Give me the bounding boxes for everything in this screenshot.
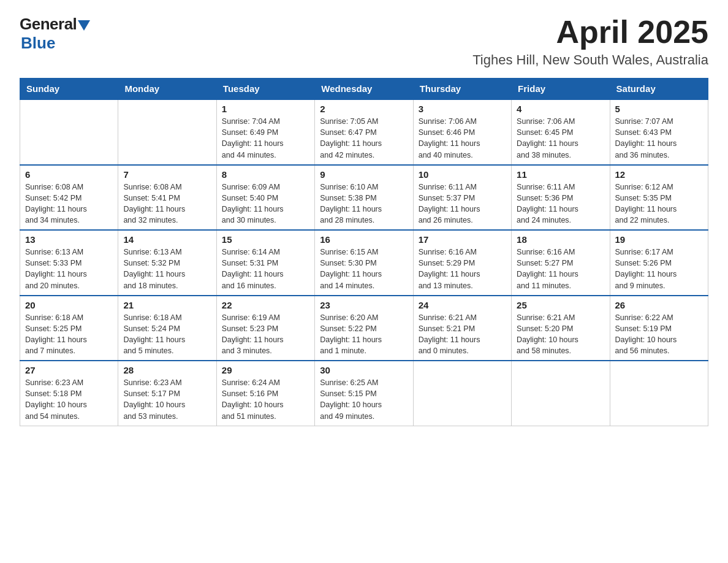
day-info: Sunrise: 6:23 AMSunset: 5:18 PMDaylight:… [25, 377, 113, 422]
calendar-day-cell: 24Sunrise: 6:21 AMSunset: 5:21 PMDayligh… [413, 296, 511, 361]
day-info: Sunrise: 6:16 AMSunset: 5:29 PMDaylight:… [419, 247, 506, 291]
day-number: 11 [517, 169, 604, 180]
calendar-day-cell: 2Sunrise: 7:05 AMSunset: 6:47 PMDaylight… [315, 99, 413, 165]
day-number: 17 [419, 234, 506, 245]
day-info: Sunrise: 7:05 AMSunset: 6:47 PMDaylight:… [320, 116, 408, 161]
day-number: 21 [123, 300, 211, 310]
title-block: April 2025 Tighes Hill, New South Wales,… [472, 15, 708, 68]
calendar-day-header: Friday [512, 79, 610, 100]
day-info: Sunrise: 6:11 AMSunset: 5:36 PMDaylight:… [517, 182, 604, 226]
calendar-day-cell: 19Sunrise: 6:17 AMSunset: 5:26 PMDayligh… [610, 230, 708, 296]
day-number: 5 [615, 104, 703, 114]
day-number: 1 [222, 104, 309, 114]
day-info: Sunrise: 7:06 AMSunset: 6:45 PMDaylight:… [517, 116, 604, 161]
day-number: 16 [320, 234, 408, 245]
day-number: 27 [25, 365, 113, 375]
day-info: Sunrise: 6:16 AMSunset: 5:27 PMDaylight:… [517, 247, 604, 291]
day-number: 14 [123, 234, 211, 245]
day-number: 26 [615, 300, 703, 310]
calendar-day-cell: 7Sunrise: 6:08 AMSunset: 5:41 PMDaylight… [118, 165, 216, 231]
day-info: Sunrise: 6:18 AMSunset: 5:24 PMDaylight:… [123, 312, 211, 357]
calendar-day-cell: 6Sunrise: 6:08 AMSunset: 5:42 PMDaylight… [20, 165, 118, 231]
calendar-day-cell: 15Sunrise: 6:14 AMSunset: 5:31 PMDayligh… [216, 230, 314, 296]
page-header: General Blue April 2025 Tighes Hill, New… [20, 15, 708, 68]
page-title: April 2025 [472, 15, 708, 50]
calendar-day-cell: 23Sunrise: 6:20 AMSunset: 5:22 PMDayligh… [315, 296, 413, 361]
calendar-day-cell: 9Sunrise: 6:10 AMSunset: 5:38 PMDaylight… [315, 165, 413, 231]
day-info: Sunrise: 6:13 AMSunset: 5:32 PMDaylight:… [123, 247, 211, 291]
calendar-day-cell: 27Sunrise: 6:23 AMSunset: 5:18 PMDayligh… [20, 361, 118, 426]
day-info: Sunrise: 7:07 AMSunset: 6:43 PMDaylight:… [615, 116, 703, 161]
day-number: 7 [123, 169, 211, 180]
day-info: Sunrise: 6:21 AMSunset: 5:20 PMDaylight:… [517, 312, 604, 357]
calendar-day-cell: 4Sunrise: 7:06 AMSunset: 6:45 PMDaylight… [512, 99, 610, 165]
day-number: 28 [123, 365, 211, 375]
day-info: Sunrise: 6:08 AMSunset: 5:41 PMDaylight:… [123, 182, 211, 226]
day-info: Sunrise: 6:17 AMSunset: 5:26 PMDaylight:… [615, 247, 703, 291]
day-info: Sunrise: 6:09 AMSunset: 5:40 PMDaylight:… [222, 182, 309, 226]
calendar-day-cell: 17Sunrise: 6:16 AMSunset: 5:29 PMDayligh… [413, 230, 511, 296]
day-number: 6 [25, 169, 113, 180]
calendar-day-cell: 20Sunrise: 6:18 AMSunset: 5:25 PMDayligh… [20, 296, 118, 361]
day-info: Sunrise: 6:13 AMSunset: 5:33 PMDaylight:… [25, 247, 113, 291]
day-info: Sunrise: 6:18 AMSunset: 5:25 PMDaylight:… [25, 312, 113, 357]
day-number: 19 [615, 234, 703, 245]
day-number: 8 [222, 169, 309, 180]
calendar-day-cell [118, 99, 216, 165]
calendar-day-cell: 30Sunrise: 6:25 AMSunset: 5:15 PMDayligh… [315, 361, 413, 426]
day-info: Sunrise: 7:06 AMSunset: 6:46 PMDaylight:… [419, 116, 506, 161]
calendar-header-row: SundayMondayTuesdayWednesdayThursdayFrid… [20, 79, 708, 100]
day-info: Sunrise: 6:21 AMSunset: 5:21 PMDaylight:… [419, 312, 506, 357]
calendar-day-cell: 5Sunrise: 7:07 AMSunset: 6:43 PMDaylight… [610, 99, 708, 165]
day-number: 22 [222, 300, 309, 310]
day-info: Sunrise: 6:24 AMSunset: 5:16 PMDaylight:… [222, 377, 309, 422]
day-info: Sunrise: 6:15 AMSunset: 5:30 PMDaylight:… [320, 247, 408, 291]
calendar-day-cell: 3Sunrise: 7:06 AMSunset: 6:46 PMDaylight… [413, 99, 511, 165]
calendar-day-cell: 26Sunrise: 6:22 AMSunset: 5:19 PMDayligh… [610, 296, 708, 361]
day-info: Sunrise: 6:20 AMSunset: 5:22 PMDaylight:… [320, 312, 408, 357]
calendar-day-header: Thursday [413, 79, 511, 100]
day-info: Sunrise: 6:14 AMSunset: 5:31 PMDaylight:… [222, 247, 309, 291]
day-number: 13 [25, 234, 113, 245]
calendar-day-cell: 8Sunrise: 6:09 AMSunset: 5:40 PMDaylight… [216, 165, 314, 231]
calendar-day-header: Tuesday [216, 79, 314, 100]
logo-general-text: General [20, 15, 77, 34]
calendar-day-cell: 29Sunrise: 6:24 AMSunset: 5:16 PMDayligh… [216, 361, 314, 426]
day-number: 4 [517, 104, 604, 114]
calendar-day-cell: 1Sunrise: 7:04 AMSunset: 6:49 PMDaylight… [216, 99, 314, 165]
day-number: 25 [517, 300, 604, 310]
calendar-day-cell [413, 361, 511, 426]
calendar-day-cell: 21Sunrise: 6:18 AMSunset: 5:24 PMDayligh… [118, 296, 216, 361]
logo-blue-text: Blue [21, 34, 55, 52]
day-info: Sunrise: 6:12 AMSunset: 5:35 PMDaylight:… [615, 182, 703, 226]
calendar-day-cell: 28Sunrise: 6:23 AMSunset: 5:17 PMDayligh… [118, 361, 216, 426]
calendar-day-cell [512, 361, 610, 426]
calendar-day-cell: 18Sunrise: 6:16 AMSunset: 5:27 PMDayligh… [512, 230, 610, 296]
day-number: 20 [25, 300, 113, 310]
day-number: 3 [419, 104, 506, 114]
calendar-week-row: 20Sunrise: 6:18 AMSunset: 5:25 PMDayligh… [20, 296, 708, 361]
calendar-day-cell: 14Sunrise: 6:13 AMSunset: 5:32 PMDayligh… [118, 230, 216, 296]
day-number: 15 [222, 234, 309, 245]
day-number: 18 [517, 234, 604, 245]
calendar-day-cell: 16Sunrise: 6:15 AMSunset: 5:30 PMDayligh… [315, 230, 413, 296]
calendar-day-cell: 12Sunrise: 6:12 AMSunset: 5:35 PMDayligh… [610, 165, 708, 231]
day-number: 12 [615, 169, 703, 180]
day-info: Sunrise: 6:11 AMSunset: 5:37 PMDaylight:… [419, 182, 506, 226]
calendar-day-cell [610, 361, 708, 426]
calendar-day-cell: 25Sunrise: 6:21 AMSunset: 5:20 PMDayligh… [512, 296, 610, 361]
day-number: 24 [419, 300, 506, 310]
day-info: Sunrise: 6:25 AMSunset: 5:15 PMDaylight:… [320, 377, 408, 422]
calendar-day-cell [20, 99, 118, 165]
day-number: 9 [320, 169, 408, 180]
day-info: Sunrise: 6:10 AMSunset: 5:38 PMDaylight:… [320, 182, 408, 226]
calendar-day-header: Wednesday [315, 79, 413, 100]
day-info: Sunrise: 6:08 AMSunset: 5:42 PMDaylight:… [25, 182, 113, 226]
day-info: Sunrise: 7:04 AMSunset: 6:49 PMDaylight:… [222, 116, 309, 161]
day-number: 30 [320, 365, 408, 375]
logo-triangle-icon [78, 20, 90, 31]
day-info: Sunrise: 6:19 AMSunset: 5:23 PMDaylight:… [222, 312, 309, 357]
calendar-day-header: Monday [118, 79, 216, 100]
day-number: 23 [320, 300, 408, 310]
calendar-week-row: 13Sunrise: 6:13 AMSunset: 5:33 PMDayligh… [20, 230, 708, 296]
